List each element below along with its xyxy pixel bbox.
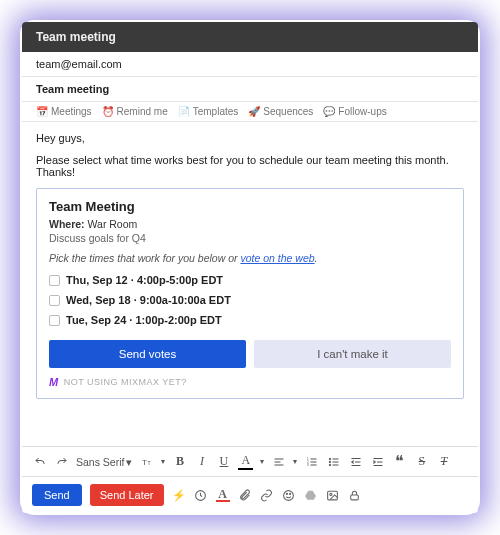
schedule-icon[interactable]: [194, 488, 208, 502]
poll-card: Team Meeting Where: War Room Discuss goa…: [36, 188, 464, 399]
svg-point-25: [286, 493, 287, 494]
time-slot-0[interactable]: Thu, Sep 12 · 4:00p-5:00p EDT: [49, 270, 451, 290]
to-field[interactable]: team@email.com: [22, 52, 478, 77]
cant-make-it-button[interactable]: I can't make it: [254, 340, 451, 368]
mm-remind[interactable]: ⏰Remind me: [102, 106, 168, 117]
greeting-line: Hey guys,: [36, 132, 464, 144]
send-later-button[interactable]: Send Later: [90, 484, 164, 506]
svg-text:T: T: [142, 458, 147, 467]
italic-icon[interactable]: I: [194, 454, 209, 469]
svg-text:T: T: [147, 460, 150, 466]
undo-icon[interactable]: [32, 456, 47, 468]
font-family-select[interactable]: Sans Serif ▾: [76, 456, 132, 468]
indent-less-icon[interactable]: [348, 456, 363, 468]
clock-icon: ⏰: [102, 106, 114, 117]
image-icon[interactable]: [326, 488, 340, 502]
mm-followups[interactable]: 💬Follow-ups: [323, 106, 386, 117]
svg-point-14: [329, 458, 331, 460]
mixmax-promo[interactable]: M NOT USING MIXMAX YET?: [49, 376, 451, 388]
poll-where: Where: War Room: [49, 218, 451, 230]
followup-icon: 💬: [323, 106, 335, 117]
mm-meetings[interactable]: 📅Meetings: [36, 106, 92, 117]
email-body[interactable]: Hey guys, Please select what time works …: [22, 122, 478, 446]
compose-window: Team meeting team@email.com Team meeting…: [22, 22, 478, 513]
chevron-down-icon: ▾: [126, 456, 132, 468]
rocket-icon: 🚀: [248, 106, 260, 117]
window-titlebar[interactable]: Team meeting: [22, 22, 478, 52]
align-icon[interactable]: [271, 456, 286, 468]
redo-icon[interactable]: [54, 456, 69, 468]
poll-buttons: Send votes I can't make it: [49, 340, 451, 368]
checkbox-icon[interactable]: [49, 315, 60, 326]
clear-format-icon[interactable]: T: [436, 454, 451, 469]
underline-icon[interactable]: U: [216, 454, 231, 469]
chevron-down-icon[interactable]: ▾: [293, 457, 297, 466]
text-format-icon[interactable]: A: [216, 488, 230, 502]
drive-icon[interactable]: [304, 488, 318, 502]
chevron-down-icon[interactable]: ▾: [260, 457, 264, 466]
send-button[interactable]: Send: [32, 484, 82, 506]
send-votes-button[interactable]: Send votes: [49, 340, 246, 368]
svg-point-15: [329, 461, 331, 463]
poll-instructions: Pick the times that work for you below o…: [49, 252, 451, 264]
svg-point-24: [284, 490, 294, 500]
lightning-icon[interactable]: ⚡: [172, 488, 186, 502]
mixmax-logo-icon: M: [49, 376, 59, 388]
text-color-icon[interactable]: A: [238, 453, 253, 470]
time-slot-1[interactable]: Wed, Sep 18 · 9:00a-10:00a EDT: [49, 290, 451, 310]
svg-point-26: [290, 493, 291, 494]
time-slot-2[interactable]: Tue, Sep 24 · 1:00p-2:00p EDT: [49, 310, 451, 330]
mm-templates[interactable]: 📄Templates: [178, 106, 239, 117]
quote-icon[interactable]: ❝: [392, 452, 407, 471]
link-icon[interactable]: [260, 488, 274, 502]
template-icon: 📄: [178, 106, 190, 117]
poll-description: Discuss goals for Q4: [49, 232, 451, 244]
bold-icon[interactable]: B: [172, 454, 187, 469]
action-toolbar: Send Send Later ⚡ A: [22, 477, 478, 513]
mixmax-bar: 📅Meetings ⏰Remind me 📄Templates 🚀Sequenc…: [22, 102, 478, 122]
strikethrough-icon[interactable]: S: [414, 454, 429, 469]
body-line: Please select what time works best for y…: [36, 154, 464, 178]
indent-more-icon[interactable]: [370, 456, 385, 468]
emoji-icon[interactable]: [282, 488, 296, 502]
svg-rect-29: [351, 494, 359, 499]
window-title: Team meeting: [36, 30, 116, 44]
bullet-list-icon[interactable]: [326, 456, 341, 468]
svg-point-28: [330, 493, 332, 495]
numbered-list-icon[interactable]: 123: [304, 456, 319, 468]
mm-sequences[interactable]: 🚀Sequences: [248, 106, 313, 117]
attach-icon[interactable]: [238, 488, 252, 502]
format-toolbar: Sans Serif ▾ TT ▾ B I U A ▾ ▾ 123 ❝ S T: [22, 446, 478, 477]
checkbox-icon[interactable]: [49, 295, 60, 306]
chevron-down-icon[interactable]: ▾: [161, 457, 165, 466]
font-size-icon[interactable]: TT: [139, 456, 154, 468]
checkbox-icon[interactable]: [49, 275, 60, 286]
lock-icon[interactable]: [348, 488, 362, 502]
calendar-icon: 📅: [36, 106, 48, 117]
svg-text:3: 3: [307, 463, 309, 467]
vote-web-link[interactable]: vote on the web: [240, 252, 314, 264]
subject-field[interactable]: Team meeting: [22, 77, 478, 102]
poll-title: Team Meeting: [49, 199, 451, 214]
svg-point-16: [329, 464, 331, 466]
